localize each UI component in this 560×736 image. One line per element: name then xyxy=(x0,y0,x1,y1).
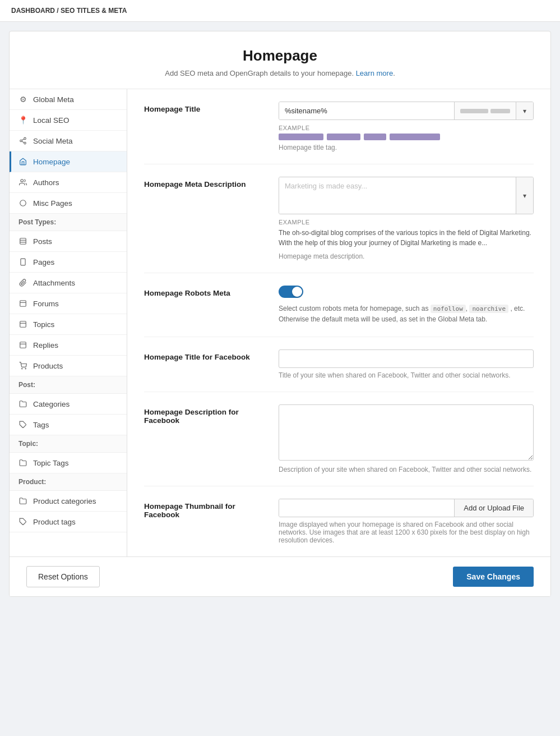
svg-rect-7 xyxy=(20,238,26,245)
field-meta-description: Marketing is made easy... ▾ EXAMPLE The … xyxy=(279,177,534,260)
page-description: Add SEO meta and OpenGraph details to yo… xyxy=(21,69,539,77)
page-title: Homepage xyxy=(21,47,539,65)
learn-more-link[interactable]: Learn more xyxy=(356,69,393,77)
robots-description: Select custom robots meta for homepage, … xyxy=(279,303,534,324)
sidebar-item-tags[interactable]: Tags xyxy=(10,415,127,435)
label-facebook-description: Homepage Description for Facebook xyxy=(144,404,267,425)
section-header-post-types: Post Types: xyxy=(10,214,127,231)
sidebar-item-product-categories[interactable]: Product categories xyxy=(10,491,127,512)
form-row-meta-description: Homepage Meta Description Marketing is m… xyxy=(144,164,534,273)
hint-facebook-thumbnail: Image displayed when your homepage is sh… xyxy=(279,521,534,544)
svg-point-18 xyxy=(25,369,26,369)
save-changes-button[interactable]: Save Changes xyxy=(453,567,534,587)
form-row-facebook-description: Homepage Description for Facebook Descri… xyxy=(144,392,534,486)
sidebar-label: Misc Pages xyxy=(33,199,72,208)
breadcrumb-current: SEO TITLES & META xyxy=(61,7,127,15)
doc3-icon xyxy=(18,320,27,329)
sidebar-label: Replies xyxy=(33,341,58,349)
toggle-knob xyxy=(292,287,302,297)
sidebar-item-local-seo[interactable]: 📍 Local SEO xyxy=(10,110,127,131)
example-label-desc: EXAMPLE xyxy=(279,219,534,226)
doc4-icon xyxy=(18,341,27,349)
meta-desc-wrapper: Marketing is made easy... ▾ xyxy=(279,177,534,214)
tag2-icon xyxy=(18,517,27,526)
form-row-facebook-title: Homepage Title for Facebook Title of you… xyxy=(144,337,534,392)
sidebar-item-global-meta[interactable]: ⚙ Global Meta xyxy=(10,89,127,110)
gear-icon: ⚙ xyxy=(18,95,27,104)
home-icon xyxy=(18,157,27,166)
sidebar-item-topic-tags[interactable]: Topic Tags xyxy=(10,453,127,473)
doc2-icon xyxy=(18,299,27,308)
form-row-facebook-thumbnail: Homepage Thumbnail for Facebook Add or U… xyxy=(144,486,534,556)
code-nofollow: nofollow xyxy=(431,305,466,313)
sidebar-item-homepage[interactable]: Homepage xyxy=(10,151,127,172)
form-row-robots-meta: Homepage Robots Meta Select custom robot… xyxy=(144,273,534,337)
svg-point-6 xyxy=(20,200,26,206)
robots-meta-toggle[interactable] xyxy=(279,286,303,298)
field-facebook-title: Title of your site when shared on Facebo… xyxy=(279,349,534,379)
sidebar-item-forums[interactable]: Forums xyxy=(10,293,127,314)
field-homepage-title: ▾ EXAMPLE Homepage title tag. xyxy=(279,102,534,151)
folder2-icon xyxy=(18,458,27,467)
sidebar-label: Product categories xyxy=(33,497,96,505)
example-label-title: EXAMPLE xyxy=(279,125,534,131)
sidebar-item-attachments[interactable]: Attachments xyxy=(10,273,127,293)
sidebar-item-authors[interactable]: Authors xyxy=(10,172,127,193)
sidebar-item-replies[interactable]: Replies xyxy=(10,335,127,356)
example-preview-title xyxy=(279,134,534,140)
field-robots-meta: Select custom robots meta for homepage, … xyxy=(279,286,534,324)
sidebar-item-products[interactable]: Products xyxy=(10,356,127,376)
section-header-product: Product: xyxy=(10,473,127,491)
meta-description-textarea[interactable]: Marketing is made easy... xyxy=(279,177,516,214)
svg-point-2 xyxy=(24,142,26,144)
sidebar: ⚙ Global Meta 📍 Local SEO Social Meta xyxy=(10,89,127,556)
sidebar-label: Forums xyxy=(33,300,59,308)
code-noarchive: noarchive xyxy=(469,305,508,313)
pin-icon: 📍 xyxy=(18,116,27,125)
homepage-title-input[interactable] xyxy=(279,102,454,119)
label-homepage-title: Homepage Title xyxy=(144,102,267,113)
sidebar-label: Products xyxy=(33,362,63,370)
preview-block xyxy=(390,134,440,140)
upload-file-button[interactable]: Add or Upload File xyxy=(454,499,533,517)
circle-icon xyxy=(18,199,27,208)
sidebar-item-posts[interactable]: Posts xyxy=(10,231,127,252)
breadcrumb-separator: / xyxy=(57,7,58,15)
sidebar-label: Local SEO xyxy=(33,116,70,125)
svg-point-1 xyxy=(20,140,22,142)
title-dropdown-button[interactable]: ▾ xyxy=(516,102,533,119)
breadcrumb: DASHBOARD / SEO TITLES & META xyxy=(0,0,560,22)
facebook-title-input[interactable] xyxy=(279,349,534,368)
sidebar-item-product-tags[interactable]: Product tags xyxy=(10,512,127,532)
facebook-description-textarea[interactable] xyxy=(279,404,534,461)
clip-icon xyxy=(18,278,27,287)
sidebar-label: Topic Tags xyxy=(33,459,69,467)
hint-homepage-title: Homepage title tag. xyxy=(279,144,534,151)
meta-desc-dropdown-button[interactable]: ▾ xyxy=(516,177,533,214)
svg-line-3 xyxy=(22,141,24,142)
people-icon xyxy=(18,178,27,187)
sidebar-item-misc-pages[interactable]: Misc Pages xyxy=(10,193,127,214)
title-input-wrapper: ▾ xyxy=(279,102,534,120)
section-header-post: Post: xyxy=(10,376,127,394)
example-text-desc: The oh-so-digital blog comprises of the … xyxy=(279,228,534,248)
sidebar-item-categories[interactable]: Categories xyxy=(10,394,127,415)
share-icon xyxy=(18,136,27,145)
reset-options-button[interactable]: Reset Options xyxy=(26,566,100,587)
svg-point-5 xyxy=(21,180,24,182)
sidebar-item-pages[interactable]: Pages xyxy=(10,252,127,273)
sidebar-label: Homepage xyxy=(33,158,70,166)
hint-facebook-title: Title of your site when shared on Facebo… xyxy=(279,371,534,379)
label-robots-meta: Homepage Robots Meta xyxy=(144,286,267,297)
svg-rect-10 xyxy=(21,259,25,265)
file-input-area xyxy=(279,499,454,517)
preview-block xyxy=(327,134,360,140)
form-main: Homepage Title ▾ EXAMPLE xyxy=(127,89,550,556)
footer-bar: Reset Options Save Changes xyxy=(10,556,550,596)
sidebar-label: Tags xyxy=(33,421,49,429)
svg-point-17 xyxy=(22,369,22,369)
sidebar-item-social-meta[interactable]: Social Meta xyxy=(10,131,127,151)
sidebar-label: Global Meta xyxy=(33,95,74,104)
breadcrumb-dashboard[interactable]: DASHBOARD xyxy=(11,7,55,15)
sidebar-item-topics[interactable]: Topics xyxy=(10,314,127,335)
